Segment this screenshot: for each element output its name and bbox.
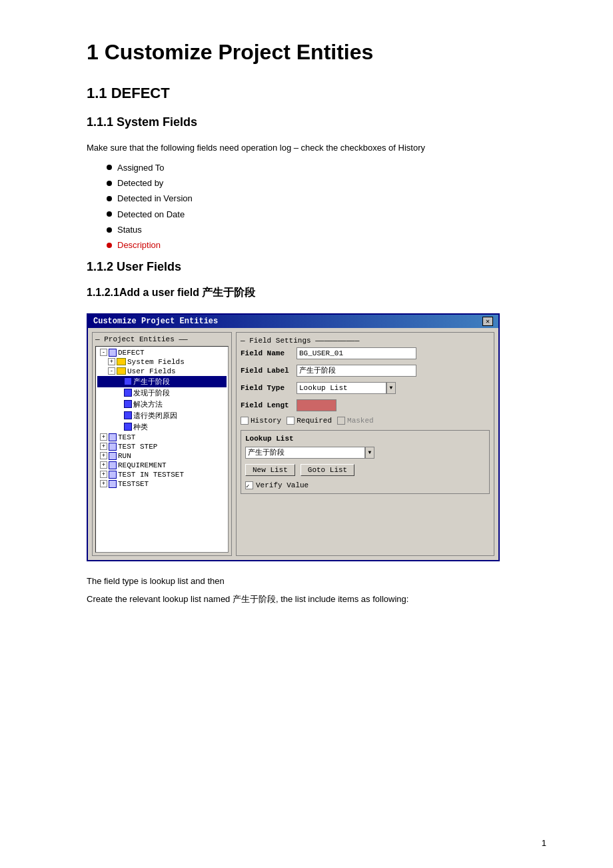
- tree-item-field-3[interactable]: 解决方法: [97, 399, 227, 410]
- section-defect: 1.1 DEFECT: [87, 85, 546, 102]
- masked-checkbox: [337, 417, 345, 425]
- tree-label-requirement: REQUIREMENT: [118, 461, 167, 469]
- tree-label-testset: TESTSET: [118, 480, 149, 488]
- tree-item-system-fields[interactable]: + System Fields: [97, 357, 227, 367]
- intro-text: Make sure that the following fields need…: [87, 141, 546, 155]
- list-item-description: Description: [107, 237, 546, 253]
- dialog-title: Customize Project Entities: [93, 317, 218, 326]
- list-item-detected-by: Detected by: [107, 175, 546, 191]
- field-settings-label: — Field Settings ——————————: [241, 337, 490, 345]
- field-label-input[interactable]: [297, 365, 416, 377]
- field-type-input[interactable]: [297, 382, 386, 394]
- tree-item-field-4[interactable]: 遗行类闭原因: [97, 410, 227, 421]
- bullet-icon-red: [107, 243, 112, 248]
- masked-label: Masked: [347, 417, 374, 425]
- expand-user-fields[interactable]: -: [108, 367, 115, 375]
- table-icon-run: [109, 452, 117, 460]
- item-icon-4: [124, 411, 132, 419]
- expand-system-fields[interactable]: +: [108, 358, 115, 365]
- expand-test-step[interactable]: +: [100, 443, 107, 450]
- tree-item-field-2[interactable]: 发现于阶段: [97, 387, 227, 399]
- tree-label-defect: DEFECT: [118, 349, 145, 357]
- table-icon-test-step: [109, 443, 117, 451]
- required-checkbox[interactable]: [287, 417, 295, 425]
- lookup-section: Lookup List ▼ New List Goto List Verify …: [241, 430, 490, 494]
- history-checkbox[interactable]: [241, 417, 249, 425]
- tree-label-field-1: 产生于阶段: [133, 377, 170, 387]
- bullet-icon: [107, 211, 112, 217]
- expand-test-in-testset[interactable]: +: [100, 471, 107, 478]
- list-item-assigned: Assigned To: [107, 160, 546, 175]
- folder-icon: [117, 358, 126, 365]
- customize-dialog: Customize Project Entities ✕ — Project E…: [87, 313, 500, 561]
- section-system-fields: 1.1.1 System Fields: [87, 115, 546, 129]
- history-checkbox-item[interactable]: History: [241, 417, 281, 425]
- history-label: History: [251, 417, 281, 425]
- item-icon-1: [124, 377, 132, 385]
- new-list-button[interactable]: New List: [245, 464, 295, 476]
- field-type-row: Field Type ▼: [241, 382, 490, 394]
- tree-item-test-in-testset[interactable]: + TEST IN TESTSET: [97, 470, 227, 479]
- verify-label: Verify Value: [256, 481, 308, 489]
- masked-checkbox-item: Masked: [337, 417, 374, 425]
- tree-item-testset[interactable]: + TESTSET: [97, 479, 227, 489]
- project-entities-label: — Project Entities ——: [95, 335, 229, 343]
- folder-icon-2: [117, 367, 126, 375]
- bullet-list: Assigned To Detected by Detected in Vers…: [107, 160, 546, 253]
- tree-label-user-fields: User Fields: [127, 367, 176, 375]
- lookup-input[interactable]: [245, 447, 365, 459]
- goto-list-button[interactable]: Goto List: [301, 464, 354, 476]
- table-icon-testset: [109, 480, 117, 488]
- checkbox-row: History Required Masked: [241, 417, 490, 425]
- list-item-detected-version: Detected in Version: [107, 191, 546, 206]
- expand-test[interactable]: +: [100, 433, 107, 441]
- tree-item-requirement[interactable]: + REQUIREMENT: [97, 461, 227, 470]
- required-checkbox-item[interactable]: Required: [287, 417, 332, 425]
- field-label-row: Field Label: [241, 365, 490, 377]
- required-label: Required: [297, 417, 332, 425]
- section-add-user-field: 1.1.2.1Add a user field 产生于阶段: [87, 286, 546, 300]
- verify-checkbox[interactable]: [245, 481, 253, 489]
- tree-item-field-5[interactable]: 种类: [97, 421, 227, 433]
- dialog-close-button[interactable]: ✕: [482, 317, 493, 326]
- tree-label-test: TEST: [118, 433, 135, 441]
- section-user-fields: 1.1.2 User Fields: [87, 260, 546, 274]
- tree-item-test-step[interactable]: + TEST STEP: [97, 442, 227, 451]
- bullet-icon: [107, 165, 112, 170]
- dialog-body: — Project Entities —— - DEFECT + System …: [88, 328, 498, 560]
- tree-label-system-fields: System Fields: [127, 358, 185, 366]
- field-length-input[interactable]: [297, 399, 336, 411]
- field-name-label: Field Name: [241, 349, 294, 357]
- expand-run[interactable]: +: [100, 452, 107, 459]
- expand-requirement[interactable]: +: [100, 461, 107, 469]
- table-icon-requirement: [109, 461, 117, 469]
- page-title: 1 Customize Project Entities: [87, 40, 546, 65]
- expand-testset[interactable]: +: [100, 480, 107, 487]
- table-icon: [109, 349, 117, 357]
- lookup-buttons: New List Goto List: [245, 464, 485, 476]
- tree-label-field-2: 发现于阶段: [133, 388, 170, 398]
- project-entities-panel: — Project Entities —— - DEFECT + System …: [92, 332, 232, 556]
- item-icon-5: [124, 423, 132, 431]
- tree-label-test-in-testset: TEST IN TESTSET: [118, 471, 184, 479]
- expand-defect[interactable]: -: [100, 349, 107, 356]
- page-number: 1: [542, 838, 546, 848]
- field-label-label: Field Label: [241, 367, 294, 375]
- tree-item-field-1[interactable]: 产生于阶段: [97, 376, 227, 387]
- lookup-dropdown-arrow[interactable]: ▼: [365, 447, 374, 459]
- tree-item-defect[interactable]: - DEFECT: [97, 348, 227, 357]
- tree-item-user-fields[interactable]: - User Fields: [97, 367, 227, 376]
- tree-item-test[interactable]: + TEST: [97, 433, 227, 442]
- verify-row: Verify Value: [245, 481, 485, 489]
- bullet-icon: [107, 196, 112, 201]
- caption-2: Create the relevant lookup list named 产生…: [87, 593, 546, 606]
- field-type-label: Field Type: [241, 384, 294, 392]
- tree-item-run[interactable]: + RUN: [97, 451, 227, 461]
- list-item-detected-date: Detected on Date: [107, 207, 546, 222]
- bullet-icon: [107, 181, 112, 186]
- tree-label-test-step: TEST STEP: [118, 443, 157, 451]
- lookup-dropdown: ▼: [245, 447, 485, 459]
- field-name-input[interactable]: [297, 347, 416, 359]
- tree-label-field-5: 种类: [133, 422, 148, 432]
- field-type-dropdown-arrow[interactable]: ▼: [386, 382, 396, 394]
